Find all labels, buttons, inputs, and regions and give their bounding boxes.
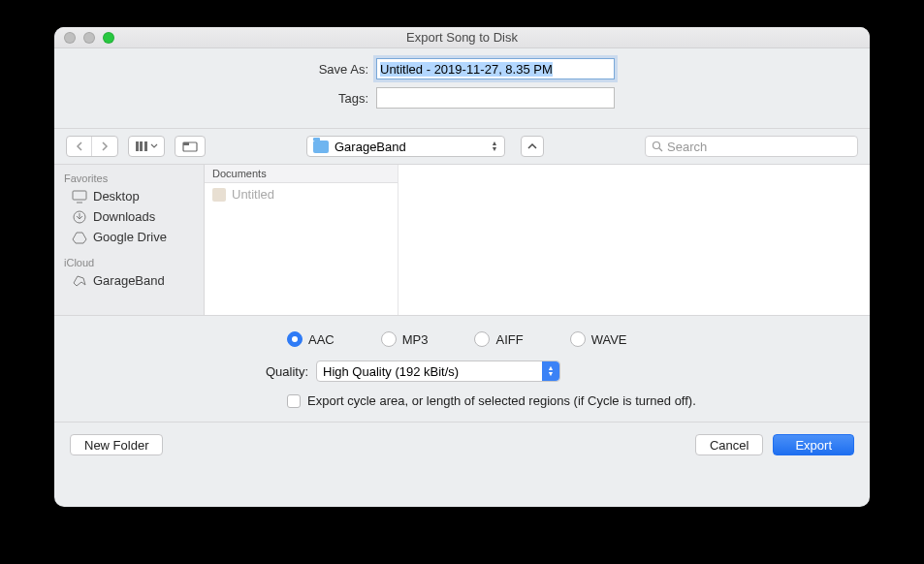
file-item[interactable]: Untitled [205,183,398,205]
sidebar-label: Downloads [93,209,155,224]
save-as-label: Save As: [54,62,376,77]
favorites-header: Favorites [54,169,204,186]
tags-field[interactable] [376,87,615,109]
quality-dropdown[interactable]: High Quality (192 kBit/s) ▲▼ [316,360,560,382]
sidebar-label: Desktop [93,189,140,204]
sidebar-item-garageband[interactable]: GarageBand [54,270,204,291]
cycle-checkbox-row[interactable]: Export cycle area, or length of selected… [287,393,870,408]
toolbar: GarageBand ▲▼ Search [54,128,870,165]
sidebar-item-desktop[interactable]: Desktop [54,186,204,206]
svg-point-2 [653,142,660,149]
sidebar-label: GarageBand [93,273,165,288]
save-as-value: Untitled - 2019-11-27, 8.35 PM [380,62,553,77]
path-dropdown[interactable]: GarageBand ▲▼ [306,136,505,157]
downloads-icon [72,210,87,224]
columns-view-icon [129,137,164,156]
format-aiff[interactable]: AIFF [474,331,523,347]
preview-pane [398,165,870,315]
save-as-field[interactable]: Untitled - 2019-11-27, 8.35 PM [376,58,615,79]
radio-label: MP3 [402,332,429,347]
documents-column: Documents Untitled [205,165,398,315]
chevron-updown-icon: ▲▼ [542,361,559,381]
export-button[interactable]: Export [773,434,854,455]
format-mp3[interactable]: MP3 [381,331,429,347]
svg-rect-4 [73,191,86,200]
close-icon[interactable] [64,32,76,44]
window-title: Export Song to Disk [406,30,518,45]
icloud-header: iCloud [54,253,204,270]
folder-square-icon [182,141,198,152]
search-icon [652,141,663,152]
radio-label: AIFF [495,332,523,347]
footer: New Folder Cancel Export [54,422,870,467]
zoom-icon[interactable] [103,32,114,44]
garageband-icon [72,274,87,288]
search-input[interactable]: Search [645,136,858,157]
svg-rect-1 [183,142,189,145]
quality-value: High Quality (192 kBit/s) [323,364,459,379]
titlebar: Export Song to Disk [54,27,870,48]
options-panel: AAC MP3 AIFF WAVE Quality: High Quality … [54,315,870,422]
collapse-button[interactable] [521,136,544,157]
sidebar-item-downloads[interactable]: Downloads [54,206,204,227]
radio-icon [381,331,397,347]
tags-label: Tags: [54,91,376,106]
column-header: Documents [205,165,398,183]
document-icon [212,188,226,202]
chevron-up-icon [527,142,537,150]
cycle-label: Export cycle area, or length of selected… [307,393,696,408]
new-folder-button[interactable]: New Folder [70,434,163,455]
radio-icon [287,331,303,347]
chevron-updown-icon: ▲▼ [487,141,502,152]
view-mode[interactable] [128,136,165,157]
export-dialog: Export Song to Disk Save As: Untitled - … [54,27,870,507]
form-area: Save As: Untitled - 2019-11-27, 8.35 PM … [54,48,870,128]
sidebar-label: Google Drive [93,230,167,244]
radio-icon [474,331,490,347]
nav-arrows [66,136,118,157]
group-button[interactable] [175,136,206,157]
file-browser: Favorites Desktop Downloads Google Drive… [54,165,870,315]
path-label: GarageBand [335,140,406,154]
minimize-icon[interactable] [83,32,95,44]
search-placeholder: Search [667,140,707,154]
format-radios: AAC MP3 AIFF WAVE [287,331,870,347]
checkbox-icon [287,394,301,408]
back-button[interactable] [67,137,92,156]
svg-line-3 [659,148,662,151]
radio-icon [570,331,586,347]
radio-label: WAVE [591,332,627,347]
forward-button[interactable] [92,137,117,156]
quality-label: Quality: [54,364,316,379]
radio-label: AAC [308,332,335,347]
folder-icon [313,141,329,153]
cancel-button[interactable]: Cancel [695,434,763,455]
drive-icon [72,231,87,244]
sidebar: Favorites Desktop Downloads Google Drive… [54,165,205,315]
format-wave[interactable]: WAVE [570,331,627,347]
sidebar-item-googledrive[interactable]: Google Drive [54,227,204,247]
file-name: Untitled [232,187,274,202]
traffic-lights [64,32,114,44]
format-aac[interactable]: AAC [287,331,335,347]
desktop-icon [72,190,87,204]
